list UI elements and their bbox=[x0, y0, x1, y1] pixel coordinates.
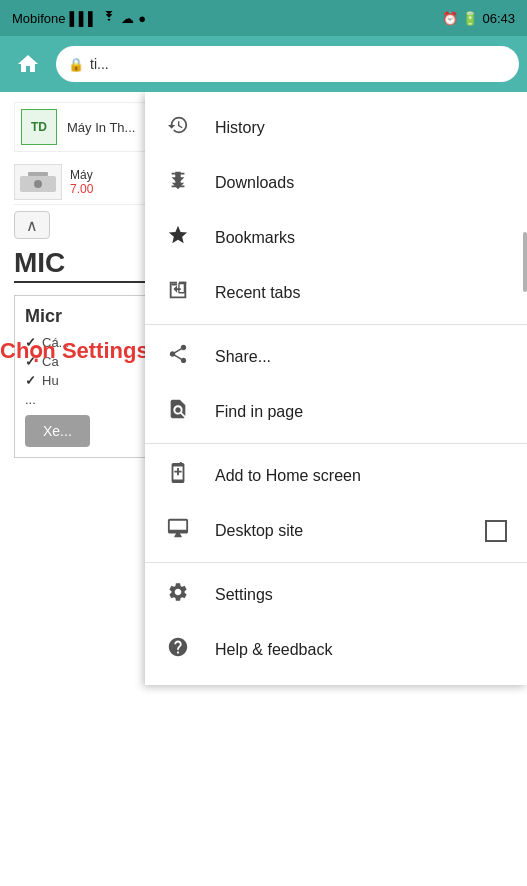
menu-item-add-home[interactable]: Add to Home screen bbox=[145, 448, 527, 503]
svg-point-2 bbox=[34, 180, 42, 188]
home-button[interactable] bbox=[8, 44, 48, 84]
help-label: Help & feedback bbox=[215, 641, 507, 659]
signal-bars: ▌▌▌ bbox=[69, 11, 97, 26]
svg-rect-1 bbox=[28, 172, 48, 176]
divider-3 bbox=[145, 562, 527, 563]
ad-title: Máy In Th... bbox=[67, 120, 135, 135]
menu-item-find-in-page[interactable]: Find in page bbox=[145, 384, 527, 439]
menu-item-settings[interactable]: Settings bbox=[145, 567, 527, 622]
add-home-label: Add to Home screen bbox=[215, 467, 507, 485]
recent-tabs-icon bbox=[165, 279, 191, 306]
product-name: Máy bbox=[70, 168, 93, 182]
checkmark-icon-3: ✓ bbox=[25, 373, 36, 388]
menu-item-share[interactable]: Share... bbox=[145, 329, 527, 384]
settings-label: Settings bbox=[215, 586, 507, 604]
status-bar: Mobifone ▌▌▌ ☁ ● ⏰ 🔋 06:43 bbox=[0, 0, 527, 36]
browser-toolbar: 🔒 ti... bbox=[0, 36, 527, 92]
product-image bbox=[14, 164, 62, 200]
scrollbar[interactable] bbox=[523, 92, 527, 685]
find-in-page-icon bbox=[165, 398, 191, 425]
add-home-icon bbox=[165, 462, 191, 489]
desktop-icon bbox=[165, 517, 191, 544]
lock-icon: 🔒 bbox=[68, 57, 84, 72]
menu-item-recent-tabs[interactable]: Recent tabs bbox=[145, 265, 527, 320]
desktop-site-checkbox[interactable] bbox=[485, 520, 507, 542]
share-label: Share... bbox=[215, 348, 507, 366]
profile-icon: ● bbox=[138, 11, 146, 26]
menu-item-history[interactable]: History bbox=[145, 100, 527, 155]
battery-icon: 🔋 bbox=[462, 11, 478, 26]
downloads-label: Downloads bbox=[215, 174, 507, 192]
divider-2 bbox=[145, 443, 527, 444]
action-button[interactable]: Xe... bbox=[25, 415, 90, 447]
ad-logo: TD bbox=[21, 109, 57, 145]
scrollbar-thumb[interactable] bbox=[523, 232, 527, 292]
collapse-button[interactable]: ∧ bbox=[14, 211, 50, 239]
menu-item-downloads[interactable]: Downloads bbox=[145, 155, 527, 210]
status-right: ⏰ 🔋 06:43 bbox=[442, 11, 515, 26]
find-in-page-label: Find in page bbox=[215, 403, 507, 421]
bookmarks-label: Bookmarks bbox=[215, 229, 507, 247]
menu-item-help[interactable]: Help & feedback bbox=[145, 622, 527, 677]
web-content: TD Máy In Th... Máy 7.00 ∧ MIC Mic bbox=[0, 92, 527, 886]
svg-rect-6 bbox=[172, 284, 178, 286]
wifi-icon bbox=[101, 11, 117, 26]
cloud-icon: ☁ bbox=[121, 11, 134, 26]
check-label-3: Hu bbox=[42, 373, 59, 388]
menu-item-desktop-site[interactable]: Desktop site bbox=[145, 503, 527, 558]
menu-item-bookmarks[interactable]: Bookmarks bbox=[145, 210, 527, 265]
alarm-icon: ⏰ bbox=[442, 11, 458, 26]
settings-icon bbox=[165, 581, 191, 608]
carrier-text: Mobifone bbox=[12, 11, 65, 26]
divider-1 bbox=[145, 324, 527, 325]
recent-tabs-label: Recent tabs bbox=[215, 284, 507, 302]
desktop-site-label: Desktop site bbox=[215, 522, 461, 540]
downloads-icon bbox=[165, 169, 191, 196]
history-icon bbox=[165, 114, 191, 141]
history-label: History bbox=[215, 119, 507, 137]
status-left: Mobifone ▌▌▌ ☁ ● bbox=[12, 11, 146, 26]
time-display: 06:43 bbox=[482, 11, 515, 26]
dropdown-menu: History Downloads Bookmarks bbox=[145, 92, 527, 685]
address-text: ti... bbox=[90, 56, 109, 72]
share-icon bbox=[165, 343, 191, 370]
product-price: 7.00 bbox=[70, 182, 93, 196]
help-icon bbox=[165, 636, 191, 663]
address-bar[interactable]: 🔒 ti... bbox=[56, 46, 519, 82]
star-icon bbox=[165, 224, 191, 251]
